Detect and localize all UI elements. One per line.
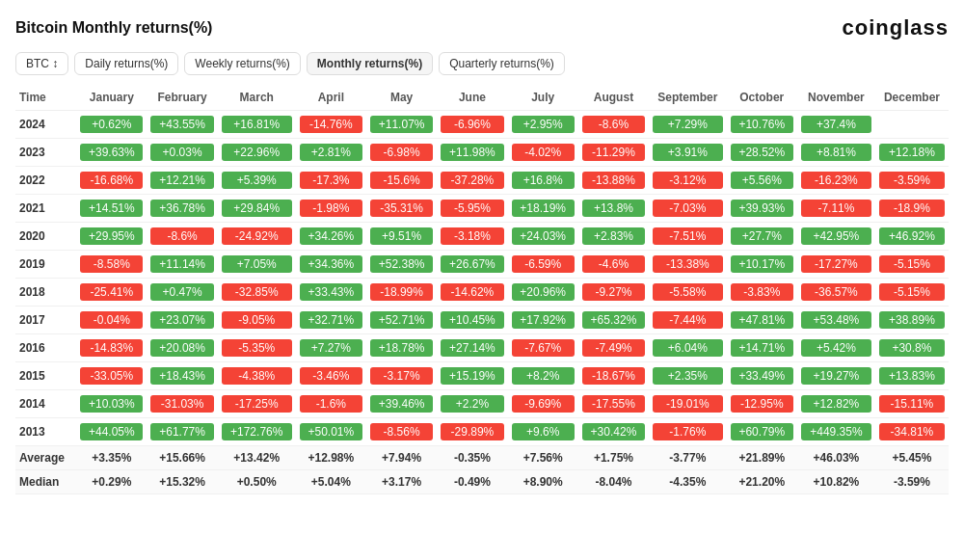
col-sep: September <box>649 85 727 111</box>
data-cell: +44.05% <box>76 418 147 446</box>
data-cell: +10.45% <box>437 307 507 334</box>
data-cell: -7.11% <box>797 195 875 223</box>
year-cell: 2021 <box>15 195 76 223</box>
data-cell: +2.2% <box>437 390 507 418</box>
data-cell: +24.03% <box>508 223 578 251</box>
data-cell: -29.89% <box>437 418 507 446</box>
brand-logo: coinglass <box>843 15 949 40</box>
data-cell: -25.41% <box>76 279 147 307</box>
year-cell: 2022 <box>15 167 76 195</box>
data-cell: -3.17% <box>366 362 437 390</box>
year-cell: 2023 <box>15 139 76 167</box>
data-cell: -7.51% <box>649 223 727 251</box>
data-cell: -8.56% <box>366 418 437 446</box>
table-row: 2021+14.51%+36.78%+29.84%-1.98%-35.31%-5… <box>15 195 949 223</box>
data-cell <box>875 111 949 139</box>
table-row: 2023+39.63%+0.03%+22.96%+2.81%-6.98%+11.… <box>15 139 949 167</box>
data-cell: +11.14% <box>147 251 217 279</box>
data-cell: -1.76% <box>649 418 727 446</box>
data-cell: -14.62% <box>437 279 507 307</box>
data-cell: -14.83% <box>76 334 147 362</box>
year-cell: 2020 <box>15 223 76 251</box>
data-cell: +23.07% <box>147 307 217 334</box>
data-cell: -4.38% <box>218 362 296 390</box>
data-cell: +47.81% <box>727 307 797 334</box>
data-cell: +42.95% <box>797 223 875 251</box>
data-cell: +9.51% <box>366 223 437 251</box>
data-cell: -13.88% <box>578 167 649 195</box>
data-cell: -7.49% <box>578 334 649 362</box>
table-row: 2018-25.41%+0.47%-32.85%+33.43%-18.99%-1… <box>15 279 949 307</box>
average-cell: +46.03% <box>797 446 875 470</box>
data-cell: +39.63% <box>76 139 147 167</box>
average-cell: -0.35% <box>437 446 507 470</box>
col-apr: April <box>296 85 366 111</box>
data-cell: -34.81% <box>875 418 949 446</box>
year-cell: 2015 <box>15 362 76 390</box>
data-cell: -9.69% <box>508 390 578 418</box>
data-cell: +172.76% <box>218 418 296 446</box>
data-cell: +2.35% <box>649 362 727 390</box>
data-cell: -15.11% <box>875 390 949 418</box>
year-cell: 2017 <box>15 307 76 334</box>
data-cell: +12.82% <box>797 390 875 418</box>
median-cell: +15.32% <box>147 470 217 494</box>
data-cell: +20.96% <box>508 279 578 307</box>
data-cell: -18.67% <box>578 362 649 390</box>
data-cell: +22.96% <box>218 139 296 167</box>
data-cell: +37.4% <box>797 111 875 139</box>
data-cell: +33.49% <box>727 362 797 390</box>
data-cell: -17.27% <box>797 251 875 279</box>
data-cell: -35.31% <box>366 195 437 223</box>
median-cell: +0.29% <box>76 470 147 494</box>
data-cell: -6.98% <box>366 139 437 167</box>
data-cell: +39.93% <box>727 195 797 223</box>
year-cell: 2024 <box>15 111 76 139</box>
data-cell: +14.71% <box>727 334 797 362</box>
tab-daily[interactable]: Daily returns(%) <box>74 52 178 75</box>
col-nov: November <box>797 85 875 111</box>
data-cell: +10.17% <box>727 251 797 279</box>
data-cell: +50.01% <box>296 418 366 446</box>
data-cell: -18.9% <box>875 195 949 223</box>
data-cell: -4.02% <box>508 139 578 167</box>
btc-selector[interactable]: BTC ↕ <box>15 52 68 75</box>
data-cell: -32.85% <box>218 279 296 307</box>
data-cell: -7.44% <box>649 307 727 334</box>
data-cell: +27.7% <box>727 223 797 251</box>
data-cell: +30.8% <box>875 334 949 362</box>
tab-bar: BTC ↕ Daily returns(%) Weekly returns(%)… <box>15 52 949 75</box>
median-cell: -8.04% <box>578 470 649 494</box>
data-cell: -8.6% <box>147 223 217 251</box>
median-cell: +10.82% <box>797 470 875 494</box>
data-cell: +65.32% <box>578 307 649 334</box>
data-cell: -5.35% <box>218 334 296 362</box>
data-cell: +2.95% <box>508 111 578 139</box>
data-cell: +8.2% <box>508 362 578 390</box>
data-cell: +6.04% <box>649 334 727 362</box>
data-cell: -3.83% <box>727 279 797 307</box>
data-cell: -19.01% <box>649 390 727 418</box>
data-cell: -3.18% <box>437 223 507 251</box>
data-cell: -7.03% <box>649 195 727 223</box>
tab-weekly[interactable]: Weekly returns(%) <box>184 52 300 75</box>
average-cell: +12.98% <box>296 446 366 470</box>
data-cell: -17.25% <box>218 390 296 418</box>
data-cell: +19.27% <box>797 362 875 390</box>
tab-quarterly[interactable]: Quarterly returns(%) <box>439 52 565 75</box>
data-cell: +11.98% <box>437 139 507 167</box>
btc-label: BTC ↕ <box>26 57 58 70</box>
col-mar: March <box>218 85 296 111</box>
data-cell: -3.59% <box>875 167 949 195</box>
data-cell: +29.95% <box>76 223 147 251</box>
col-oct: October <box>727 85 797 111</box>
col-may: May <box>366 85 437 111</box>
col-dec: December <box>875 85 949 111</box>
data-cell: -37.28% <box>437 167 507 195</box>
data-cell: -12.95% <box>727 390 797 418</box>
tab-monthly[interactable]: Monthly returns(%) <box>307 52 433 75</box>
data-cell: +14.51% <box>76 195 147 223</box>
data-cell: -17.3% <box>296 167 366 195</box>
returns-table: Time January February March April May Ju… <box>15 85 949 494</box>
data-cell: +32.71% <box>296 307 366 334</box>
